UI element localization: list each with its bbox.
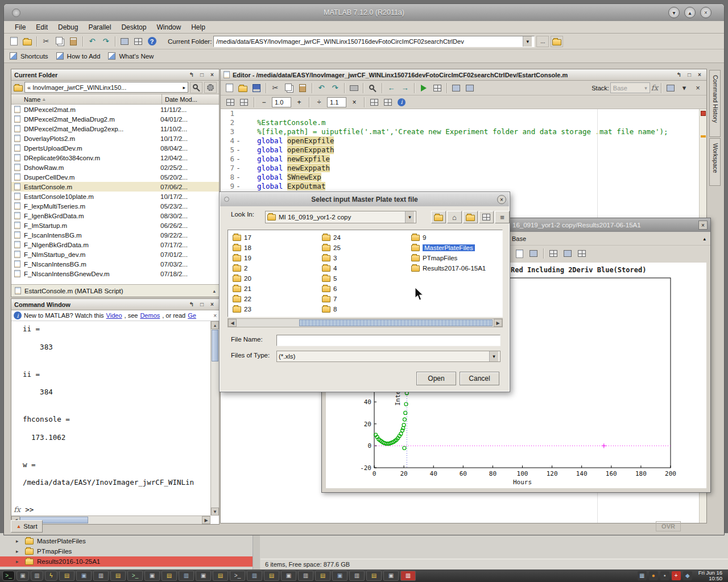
fm-row[interactable]: ▸PTmapFiles xyxy=(0,546,253,556)
undo-button[interactable]: ↶ xyxy=(86,35,98,48)
code-line[interactable]: 1 xyxy=(221,109,699,118)
fig-opt1-button[interactable] xyxy=(561,247,574,260)
folder-item[interactable]: MasterPlateFiles xyxy=(407,243,496,253)
paste-button[interactable] xyxy=(67,35,80,48)
current-folder-combo[interactable]: /media/data/EASY/InovImager_jwrCF_WINLin… xyxy=(213,36,535,47)
folder-item[interactable]: PTmapFiles xyxy=(407,253,496,263)
dialog-horizontal-scrollbar[interactable]: ◀ ▶ xyxy=(228,318,503,327)
close-icon[interactable]: × xyxy=(208,301,216,309)
current-folder-header[interactable]: Current Folder ↰ □ × xyxy=(11,69,219,81)
file-row[interactable]: DshowRaw.m02/25/2... xyxy=(11,163,219,172)
breadcrumb[interactable]: « InovImager_jwrCF_WINLinx150... ▸ xyxy=(24,82,188,93)
launcher-button[interactable]: ▥ xyxy=(31,571,43,581)
taskbar-window-button[interactable]: ▤ xyxy=(59,571,75,581)
taskbar-window-button[interactable]: ▣ xyxy=(281,571,296,581)
maximize-icon[interactable]: □ xyxy=(198,301,206,309)
folder-item[interactable]: 2 xyxy=(228,263,317,273)
taskbar-window-button[interactable]: ▥ xyxy=(298,571,313,581)
outdent-button[interactable] xyxy=(238,96,250,109)
shortcut-whats-new[interactable]: What's New xyxy=(119,53,154,60)
tray-icon[interactable]: ◆ xyxy=(683,571,692,580)
taskbar-window-button[interactable]: ▥ xyxy=(247,571,262,581)
up-folder-button[interactable] xyxy=(431,211,446,223)
redo-button[interactable]: ↷ xyxy=(329,82,341,94)
folder-item[interactable]: Results2017-06-15A1 xyxy=(407,263,496,273)
profile-a-button[interactable] xyxy=(368,96,380,109)
close-icon[interactable]: × xyxy=(208,71,216,79)
look-in-combo[interactable]: MI 16_0919_yor1-2 copy ▾ xyxy=(265,211,416,223)
folder-item[interactable]: 5 xyxy=(317,273,407,284)
file-row[interactable]: DpertsUploadDev.m08/04/2... xyxy=(11,143,219,153)
folder-item[interactable]: 3 xyxy=(317,253,407,263)
folder-item[interactable]: 19 xyxy=(228,253,317,263)
up-one-level-button[interactable] xyxy=(551,36,563,47)
folder-item[interactable]: 8 xyxy=(317,304,407,314)
code-line[interactable]: 7-global newExppath xyxy=(221,164,699,173)
scroll-left-icon[interactable]: ◀ xyxy=(228,319,237,327)
dialog-titlebar[interactable]: Select input Master Plate text file xyxy=(220,193,509,206)
fx-button[interactable]: fx xyxy=(651,84,658,92)
scroll-thumb[interactable] xyxy=(212,330,218,361)
guide-button[interactable] xyxy=(132,35,144,48)
open-folder-button[interactable] xyxy=(21,35,34,48)
menu-desktop[interactable]: Desktop xyxy=(116,22,151,32)
redo-button[interactable]: ↷ xyxy=(100,35,112,48)
tray-icon[interactable]: ● xyxy=(649,571,658,580)
taskbar-window-button[interactable]: ▤ xyxy=(264,571,279,581)
folder-item[interactable]: 17 xyxy=(228,232,317,243)
file-name-input[interactable] xyxy=(276,335,500,346)
cut-button[interactable]: ✂ xyxy=(40,35,52,48)
undock-icon[interactable]: ↰ xyxy=(675,71,683,79)
file-row[interactable]: F_NIscanIntensBG.m07/03/2... xyxy=(11,259,219,269)
undo-button[interactable]: ↶ xyxy=(315,82,328,94)
profile-b-button[interactable] xyxy=(382,96,394,109)
file-row[interactable]: DMPexcel2mat.m11/11/2... xyxy=(11,105,219,114)
code-line[interactable]: 4-global openExpfile xyxy=(221,136,699,146)
scroll-thumb[interactable] xyxy=(299,319,493,326)
grid-view-button[interactable] xyxy=(479,211,494,223)
files-of-type-combo[interactable]: (*.xls) ▾ xyxy=(276,351,500,362)
stack-combo[interactable]: Base ▾ xyxy=(610,82,650,93)
folder-item[interactable]: 21 xyxy=(228,284,317,294)
cut-button[interactable]: ✂ xyxy=(269,82,282,94)
tab-workspace[interactable]: Workspace xyxy=(709,138,721,186)
copy-button[interactable] xyxy=(53,35,66,48)
command-prompt-row[interactable]: fx >> xyxy=(14,505,34,514)
close-icon[interactable]: × xyxy=(696,71,704,79)
file-row[interactable]: EstartConsole10plate.m10/17/2... xyxy=(11,192,219,201)
taskbar-window-button[interactable]: ▣ xyxy=(196,571,211,581)
chevron-up-icon[interactable]: ▴ xyxy=(703,236,706,242)
taskbar-clock[interactable]: Fri Jun 16 10:50 xyxy=(698,570,722,581)
taskbar-window-button[interactable]: >_ xyxy=(127,571,143,581)
shortcuts-label[interactable]: Shortcuts xyxy=(20,53,48,60)
file-row[interactable]: F_NImStartup_dev.m07/01/2... xyxy=(11,250,219,259)
vertical-scrollbar[interactable]: ▴ ▼ xyxy=(210,321,219,516)
file-row[interactable]: EstartConsole.m07/06/2... xyxy=(11,182,219,192)
indent-button[interactable] xyxy=(224,96,237,109)
scroll-right-icon[interactable]: ▶ xyxy=(202,516,210,524)
folder-item[interactable]: 7 xyxy=(317,294,407,304)
launcher-button[interactable]: >_ xyxy=(2,571,15,581)
column-header[interactable]: Name ▵ Date Mod... xyxy=(11,94,219,105)
file-detail-bar[interactable]: EstartConsole.m (MATLAB Script) ▴ xyxy=(11,284,219,297)
layout-button[interactable] xyxy=(664,82,677,94)
taskbar-window-button[interactable]: ▣ xyxy=(332,571,348,581)
start-button[interactable]: ▲ Start xyxy=(11,520,43,533)
figure-stack-value[interactable]: Base xyxy=(512,235,526,242)
scroll-down-icon[interactable]: ▼ xyxy=(211,508,219,516)
fm-row[interactable]: ▸Results2016-10-25A1 xyxy=(0,556,253,567)
folder-item[interactable]: 23 xyxy=(228,304,317,314)
collapse-icon[interactable]: ▴ xyxy=(213,288,216,294)
divide-button[interactable]: ÷ xyxy=(313,96,325,109)
maximize-button[interactable]: ▴ xyxy=(684,7,696,18)
taskbar-window-button[interactable]: ▤ xyxy=(213,571,228,581)
fm-scrollbar[interactable] xyxy=(253,533,260,569)
chevron-down-icon[interactable]: ▾ xyxy=(489,351,498,361)
launcher-button[interactable]: ϟ xyxy=(45,571,57,581)
folder-item[interactable]: 4 xyxy=(317,263,407,273)
command-output-area[interactable]: ii = 383 ii = 384 fhconsole = 173.1062 w… xyxy=(11,321,210,516)
forward-button[interactable]: → xyxy=(399,82,411,94)
expand-caret-icon[interactable]: ▸ xyxy=(16,559,22,564)
undock-icon[interactable]: ↰ xyxy=(188,71,196,79)
close-editor-button[interactable]: × xyxy=(692,82,704,94)
